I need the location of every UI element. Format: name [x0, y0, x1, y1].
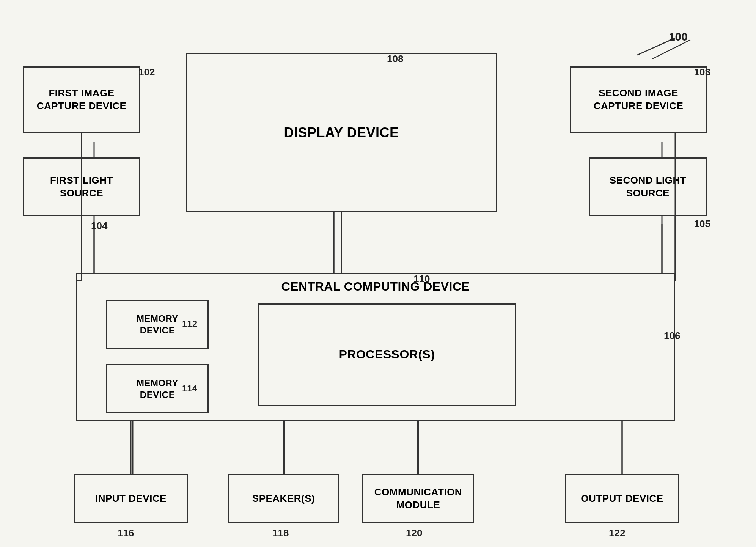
display-device: DISPLAY DEVICE: [186, 53, 497, 212]
communication-module: COMMUNICATIONMODULE: [362, 474, 474, 523]
ref-108: 108: [387, 53, 403, 65]
ref-106: 106: [664, 330, 680, 342]
ref-114: 114: [182, 383, 197, 394]
first-image-capture-device: FIRST IMAGECAPTURE DEVICE: [23, 66, 140, 133]
ref-116: 116: [118, 527, 134, 539]
input-device: INPUT DEVICE: [74, 474, 188, 523]
processors: PROCESSOR(S): [258, 303, 516, 406]
second-image-capture-device: SECOND IMAGECAPTURE DEVICE: [570, 66, 707, 133]
second-light-source: SECOND LIGHTSOURCE: [589, 157, 707, 216]
ref-110: 110: [413, 273, 430, 285]
output-device: OUTPUT DEVICE: [565, 474, 679, 523]
ref-112: 112: [182, 319, 197, 329]
ref-118: 118: [272, 527, 289, 539]
ref-120: 120: [406, 527, 422, 539]
ref-100: 100: [669, 30, 688, 43]
first-light-source: FIRST LIGHTSOURCE: [23, 157, 140, 216]
diagram: 100 FIRST IMAGECAPTURE DEVICE 102 FIRST …: [0, 0, 756, 547]
speakers: SPEAKER(S): [228, 474, 339, 523]
ref-105: 105: [694, 218, 710, 230]
ref-104: 104: [91, 220, 107, 232]
ref-122: 122: [609, 527, 625, 539]
ref-103: 103: [694, 66, 710, 78]
ref-102: 102: [138, 66, 155, 78]
